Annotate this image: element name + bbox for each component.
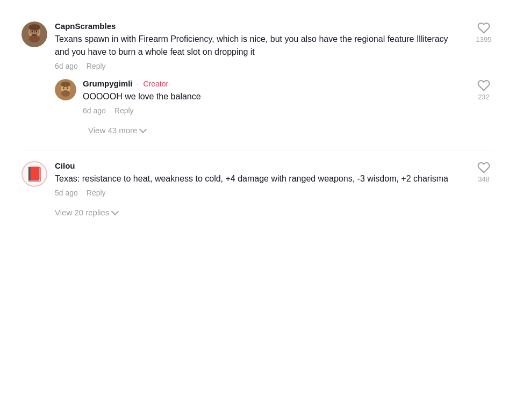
timestamp-capn: 6d ago	[55, 62, 78, 70]
heart-icon-gimli[interactable]	[477, 79, 490, 92]
svg-point-5	[36, 31, 38, 33]
svg-point-12	[61, 82, 70, 87]
comment-row-capn: CapnScrambles Texans spawn in with Firea…	[22, 13, 494, 75]
username-gimli: Grumpygimli	[83, 79, 133, 88]
like-count-cilou: 348	[478, 175, 490, 183]
svg-point-9	[32, 34, 37, 36]
comment-meta-capn: 6d ago Reply	[55, 62, 473, 70]
comment-header-cilou: Cilou	[55, 161, 473, 170]
like-section-cilou: 348	[473, 161, 494, 183]
svg-point-2	[29, 35, 40, 42]
svg-point-13	[63, 88, 64, 89]
comment-text-capn: Texans spawn in with Firearm Proficiency…	[55, 33, 463, 59]
like-count-gimli: 232	[478, 93, 490, 101]
reply-button-cilou[interactable]: Reply	[87, 189, 106, 197]
heart-icon-capn[interactable]	[477, 21, 490, 34]
avatar-cilou: 📕	[22, 161, 47, 187]
creator-badge-gimli: Creator	[143, 79, 168, 88]
reply-body-gimli: Grumpygimli · Creator OOOOOH we love the…	[83, 79, 473, 115]
like-count-capn: 1395	[476, 35, 492, 44]
view-replies-label: View 20 replies	[55, 208, 109, 217]
username-cilou: Cilou	[55, 161, 75, 170]
username-capn: CapnScrambles	[55, 21, 116, 31]
comment-and-meta: CapnScrambles Texans spawn in with Firea…	[22, 21, 473, 70]
separator-gimli: ·	[137, 79, 139, 88]
replies-container-capn: Grumpygimli · Creator OOOOOH we love the…	[55, 75, 494, 148]
comment-row-cilou: 📕 Cilou Texas: resistance to heat, weakn…	[22, 153, 494, 201]
reply-row-gimli: Grumpygimli · Creator OOOOOH we love the…	[55, 75, 494, 119]
reply-meta-gimli: 6d ago Reply	[83, 106, 473, 115]
view-replies-button[interactable]: View 20 replies	[55, 204, 118, 221]
comment-text-cilou: Texas: resistance to heat, weakness to c…	[55, 172, 463, 185]
comment-and-meta-cilou: 📕 Cilou Texas: resistance to heat, weakn…	[22, 161, 473, 197]
comment-header-capn: CapnScrambles	[55, 21, 473, 31]
svg-point-3	[28, 24, 40, 31]
view-more-section: View 43 more	[88, 119, 494, 148]
timestamp-cilou: 5d ago	[55, 189, 78, 197]
comment-body-cilou: Cilou Texas: resistance to heat, weaknes…	[55, 161, 473, 197]
svg-point-14	[67, 88, 68, 89]
avatar-capn	[22, 21, 47, 47]
view-replies-section: View 20 replies	[55, 201, 494, 226]
view-more-button[interactable]: View 43 more	[88, 121, 146, 139]
comment-meta-cilou: 5d ago Reply	[55, 189, 473, 197]
avatar-gimli	[55, 79, 76, 100]
avatar-cilou-emoji: 📕	[26, 166, 43, 183]
reply-button-capn[interactable]: Reply	[87, 62, 106, 70]
like-section-capn: 1395	[473, 21, 494, 44]
like-section-gimli: 232	[473, 79, 494, 101]
comment-section: CapnScrambles Texans spawn in with Firea…	[22, 13, 494, 226]
reply-text-gimli: OOOOOH we love the balance	[83, 90, 473, 103]
divider	[22, 150, 494, 150]
reply-and-meta-gimli: Grumpygimli · Creator OOOOOH we love the…	[55, 79, 473, 115]
reply-button-gimli[interactable]: Reply	[114, 106, 134, 115]
comment-header-gimli: Grumpygimli · Creator	[83, 79, 473, 88]
svg-point-4	[32, 31, 33, 33]
chevron-down-icon	[139, 125, 147, 133]
svg-point-15	[61, 90, 70, 97]
view-more-label: View 43 more	[88, 126, 137, 135]
chevron-down-replies-icon	[111, 207, 119, 215]
timestamp-gimli: 6d ago	[83, 106, 106, 115]
comment-body-capn: CapnScrambles Texans spawn in with Firea…	[55, 21, 473, 70]
heart-icon-cilou[interactable]	[477, 161, 490, 174]
